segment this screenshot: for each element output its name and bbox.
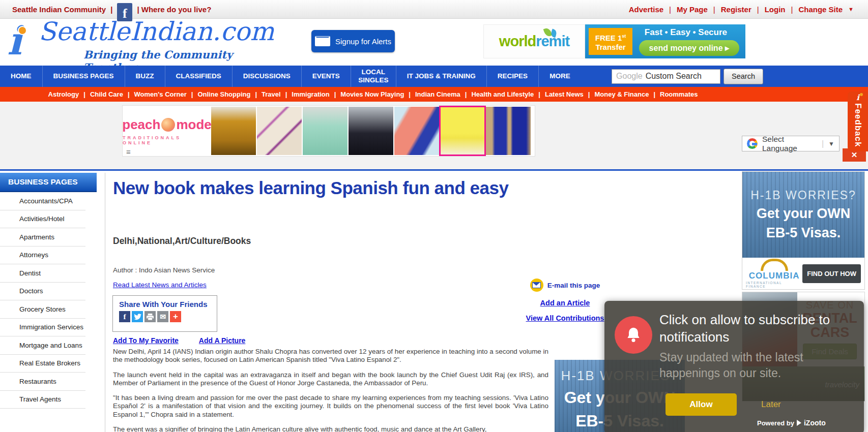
facebook-icon[interactable]: f — [119, 311, 130, 322]
twitter-icon[interactable] — [132, 311, 143, 322]
nav-item-recipes[interactable]: RECIPES — [487, 66, 539, 87]
carousel-image-purple-print-fabric[interactable] — [257, 107, 302, 155]
change-site-link[interactable]: Change Site — [798, 5, 843, 14]
envelope-icon — [315, 36, 330, 46]
peach-icon — [161, 118, 175, 132]
email-this-page-link[interactable]: E-mail this page — [530, 279, 600, 292]
nav-item-home[interactable]: HOME — [0, 66, 43, 87]
add-a-picture-link[interactable]: Add A Picture — [199, 336, 246, 345]
subnav-money-finance[interactable]: Money & Finance — [594, 90, 649, 98]
allow-button[interactable]: Allow — [666, 393, 737, 416]
separator: | — [822, 139, 824, 148]
subnav-astrology[interactable]: Astrology — [48, 90, 79, 98]
worldremit-word: world — [499, 33, 536, 50]
nav-item-local-singles[interactable]: LOCAL SINGLES — [351, 66, 396, 87]
google-translate-icon — [747, 138, 758, 149]
select-language-label: Select Language — [762, 135, 817, 153]
page: Seattle Indian Community | f | Where do … — [0, 0, 868, 432]
separator: | — [538, 90, 540, 98]
columbia-name: COLUMBIA — [749, 271, 800, 281]
nav-item-more[interactable]: MORE — [539, 66, 581, 87]
carousel-image-black-gown[interactable] — [349, 107, 393, 155]
ad-line: EB-5 Visas. — [766, 225, 841, 241]
find-out-how-button[interactable]: FIND OUT HOW — [802, 264, 861, 283]
carousel-image-coral-lehenga-blue-blouse[interactable] — [394, 107, 439, 155]
free-line: FREE 1st — [595, 32, 626, 43]
sidebar-item-accountants-cpa[interactable]: Accountants/CPA — [0, 192, 85, 210]
facebook-icon[interactable]: f — [117, 3, 132, 21]
sidebar-item-real-estate-brokers[interactable]: Real Estate Brokers — [0, 355, 85, 373]
sidebar-item-dentist[interactable]: Dentist — [0, 264, 85, 283]
nav-item-business-pages[interactable]: BUSINESS PAGES — [43, 66, 125, 87]
peachmode-logo[interactable]: peach mode TRADITIONALS ONLINE ≡ — [123, 106, 211, 156]
powered-by: Powered by iZooto — [757, 419, 826, 427]
advertise-link[interactable]: Advertise — [629, 5, 663, 14]
peachmode-subtitle: TRADITIONALS ONLINE — [123, 135, 211, 145]
subnav-latest-news[interactable]: Latest News — [545, 90, 584, 98]
where-do-you-live-link[interactable]: | Where do you live? — [137, 5, 211, 14]
eb5-visa-ad[interactable]: H-1B WORRIES? Get your OWN EB-5 Visas. C… — [742, 171, 865, 290]
add-to-favorite-link[interactable]: Add To My Favorite — [113, 336, 179, 345]
sidebar-item-travel-agents[interactable]: Travel Agents — [0, 391, 85, 409]
site-logo[interactable]: i SeattleIndian.com Bringing the Communi… — [6, 19, 250, 66]
view-all-contributions-link[interactable]: View All Contributions — [526, 314, 604, 322]
chevron-down-icon[interactable]: ▼ — [848, 6, 854, 12]
google-watermark: Google — [616, 72, 643, 81]
carousel-image-royal-blue-suits[interactable] — [486, 107, 531, 155]
add-an-article-link[interactable]: Add an Article — [540, 299, 590, 307]
separator: | — [285, 90, 287, 98]
later-link[interactable]: Later — [761, 399, 781, 410]
nav-item-it-jobs-training[interactable]: IT JOBS & TRAINING — [396, 66, 487, 87]
read-latest-news-link[interactable]: Read Latest News and Articles — [113, 281, 207, 289]
select-language-dropdown[interactable]: Select Language | ▼ — [742, 136, 840, 151]
nav-item-discussions[interactable]: DISCUSSIONS — [233, 66, 302, 87]
carousel-image-mint-anarkali-dress[interactable] — [303, 107, 348, 155]
sidebar-item-grocery-stores[interactable]: Grocery Stores — [0, 300, 85, 319]
worldremit-logo: worldremit — [483, 24, 585, 58]
subnav-child-care[interactable]: Child Care — [90, 90, 123, 98]
sidebar-item-doctors[interactable]: Doctors — [0, 283, 85, 301]
subnav-indian-cinema[interactable]: Indian Cinema — [415, 90, 460, 98]
my-page-link[interactable]: My Page — [677, 5, 708, 14]
login-link[interactable]: Login — [765, 5, 786, 14]
izooto-arrow-icon — [797, 420, 801, 426]
carousel-image-yellow-gown-selected[interactable] — [440, 107, 485, 155]
ad-line: Get your OWN — [757, 206, 851, 222]
sidebar-item-immigration-services[interactable]: Immigration Services — [0, 319, 85, 337]
sidebar-item-activities-hotel[interactable]: Activities/Hotel — [0, 210, 85, 229]
subnav-health-lifestyle[interactable]: Health and Lifestyle — [471, 90, 534, 98]
subnav-immigration[interactable]: Immigration — [292, 90, 329, 98]
sidebar-item-attorneys[interactable]: Attorneys — [0, 246, 85, 265]
register-link[interactable]: Register — [721, 5, 751, 14]
nav-item-events[interactable]: EVENTS — [302, 66, 351, 87]
free-transfer-badge: FREE 1st Transfer — [589, 28, 632, 55]
sidebar-item-mortgage-and-loans[interactable]: Mortgage and Loans — [0, 336, 85, 355]
send-money-online-button[interactable]: send money online ▸ — [639, 40, 739, 56]
feedback-tab[interactable]: i Feedback — [848, 91, 868, 151]
subnav-movies-now-playing[interactable]: Movies Now Playing — [340, 90, 404, 98]
community-link[interactable]: Seattle Indian Community — [12, 5, 106, 14]
share-icons: f ✉ + — [119, 311, 217, 322]
signup-for-alerts-button[interactable]: Signup for Alerts — [311, 30, 395, 52]
search-button[interactable]: Search — [724, 69, 763, 84]
print-icon[interactable] — [144, 311, 156, 322]
separator: | — [110, 5, 112, 14]
email-icon[interactable]: ✉ — [157, 311, 168, 322]
subnav-roommates[interactable]: Roommates — [660, 90, 698, 98]
columbia-subtitle: INTERNATIONAL FINANCE — [746, 281, 802, 288]
subnav-travel[interactable]: Travel — [262, 90, 281, 98]
email-circle-icon — [530, 279, 543, 292]
share-plus-icon[interactable]: + — [170, 311, 181, 322]
subnav-online-shopping[interactable]: Online Shopping — [197, 90, 250, 98]
subnav-womens-corner[interactable]: Women's Corner — [134, 90, 187, 98]
nav-item-classifieds[interactable]: CLASSIFIEDS — [165, 66, 233, 87]
sidebar-item-restaurants[interactable]: Restaurants — [0, 373, 85, 391]
nav-item-buzz[interactable]: BUZZ — [125, 66, 165, 87]
search-input[interactable]: Google Custom Search — [612, 69, 720, 84]
sidebar-item-apartments[interactable]: Apartments — [0, 228, 85, 246]
carousel-image-mustard-saree[interactable] — [211, 107, 256, 155]
separator: | — [791, 5, 793, 14]
worldremit-banner-ad[interactable]: worldremit FREE 1st Transfer Fast • Easy… — [483, 24, 745, 58]
separator: | — [255, 90, 257, 98]
menu-icon[interactable]: ≡ — [126, 147, 131, 156]
